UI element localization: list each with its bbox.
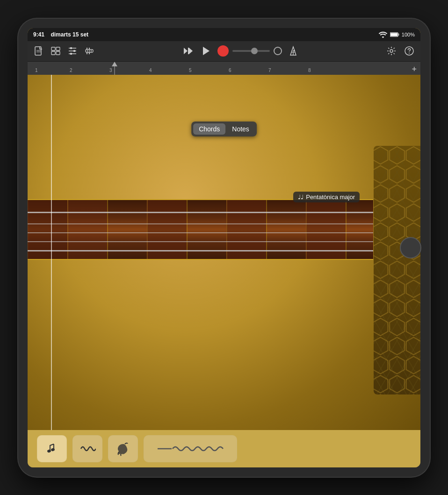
- record-button[interactable]: [217, 45, 229, 57]
- timeline-ruler: 1 2 3 4 5 6 7 8 +: [28, 62, 420, 75]
- svg-point-23: [91, 50, 92, 51]
- svg-rect-14: [73, 50, 75, 52]
- svg-point-31: [294, 50, 295, 51]
- guitar-string-3: [28, 232, 373, 233]
- ruler-mark-5: 5: [189, 68, 192, 73]
- notes-button[interactable]: Notes: [226, 123, 255, 135]
- status-time: 9:41 dimarts 15 set: [33, 31, 88, 38]
- mixer-button[interactable]: [65, 43, 80, 58]
- svg-rect-2: [390, 33, 397, 36]
- chords-button[interactable]: Chords: [193, 123, 225, 135]
- slide-vibrato-icon: [153, 441, 228, 456]
- metronome-button[interactable]: [286, 43, 301, 58]
- toolbar-right: [384, 43, 417, 58]
- playhead: [51, 75, 52, 430]
- scale-name: Pentatònica major: [306, 194, 355, 201]
- ruler-mark-2: 2: [70, 68, 72, 73]
- slide-vibrato-button[interactable]: [144, 435, 237, 462]
- toolbar-left-group: [31, 43, 97, 58]
- chord-notes-popup: Chords Notes: [191, 122, 257, 136]
- svg-marker-26: [189, 48, 193, 54]
- svg-rect-36: [115, 66, 115, 75]
- svg-rect-15: [70, 53, 72, 55]
- scale-label[interactable]: ♩♩ Pentatònica major: [293, 192, 360, 202]
- svg-rect-3: [35, 47, 41, 55]
- svg-rect-25: [188, 48, 189, 54]
- metronome-indicator: [274, 47, 282, 55]
- main-content: Chords Notes: [28, 75, 420, 430]
- slide-button[interactable]: [108, 435, 138, 462]
- svg-marker-35: [112, 62, 117, 66]
- fretboard: [28, 199, 373, 260]
- svg-point-21: [87, 50, 88, 51]
- new-song-icon: [34, 46, 44, 56]
- guitar-string-4: [28, 241, 373, 242]
- add-track-button[interactable]: +: [412, 65, 417, 74]
- tracks-view-button[interactable]: [48, 43, 63, 58]
- metronome-icon: [288, 46, 298, 56]
- svg-point-32: [390, 50, 393, 52]
- rewind-button[interactable]: [180, 43, 195, 58]
- guitar-string-2: [28, 223, 373, 224]
- slide-icon: [115, 441, 131, 456]
- ipad-frame: 9:41 dimarts 15 set 100%: [18, 19, 430, 477]
- settings-icon: [386, 46, 397, 56]
- fretboard-area: [28, 199, 373, 260]
- transport-controls: [180, 43, 301, 58]
- wifi-icon: [378, 30, 388, 39]
- playhead-marker: [112, 62, 117, 75]
- honeycomb-pattern: [374, 146, 420, 395]
- guitar-honeycomb: [374, 146, 420, 395]
- tracks-view-icon: [51, 46, 61, 56]
- ruler-mark-7: 7: [268, 68, 271, 73]
- svg-rect-1: [398, 33, 399, 35]
- time: 9:41: [33, 31, 44, 38]
- home-button[interactable]: [400, 237, 421, 258]
- guitar-string-1: [28, 212, 373, 213]
- tempo-knob: [251, 48, 258, 54]
- help-icon: [404, 46, 414, 56]
- svg-marker-27: [203, 47, 210, 55]
- status-bar: 9:41 dimarts 15 set 100%: [28, 28, 420, 41]
- settings-button[interactable]: [384, 43, 399, 58]
- svg-rect-13: [70, 47, 72, 49]
- svg-marker-24: [184, 48, 188, 54]
- svg-rect-8: [51, 51, 55, 55]
- new-song-button[interactable]: [31, 43, 46, 58]
- guitar-string-5: [28, 250, 373, 251]
- svg-rect-38: [374, 146, 420, 395]
- ruler-mark-3: 3: [109, 68, 112, 73]
- rewind-icon: [182, 45, 193, 57]
- help-button[interactable]: [402, 43, 417, 58]
- play-button[interactable]: [199, 43, 214, 58]
- svg-point-22: [89, 50, 90, 51]
- screen: 9:41 dimarts 15 set 100%: [28, 28, 420, 467]
- note-icon: [44, 441, 59, 456]
- battery-icon: [390, 30, 399, 39]
- mixer-icon: [67, 46, 78, 56]
- toolbar: [28, 41, 420, 62]
- vibrato-icon: [79, 441, 96, 456]
- svg-point-40: [51, 448, 55, 452]
- svg-rect-7: [56, 47, 60, 50]
- battery-text: 100%: [402, 32, 415, 37]
- ruler-mark-1: 1: [35, 68, 38, 73]
- note-style-button[interactable]: [37, 435, 67, 462]
- svg-rect-9: [56, 51, 60, 55]
- bottom-toolbar: [28, 430, 420, 467]
- vibrato-button[interactable]: [72, 435, 102, 462]
- svg-point-39: [47, 449, 51, 453]
- ruler-mark-8: 8: [308, 68, 311, 73]
- scale-icon: ♩♩: [298, 194, 303, 201]
- status-right: 100%: [378, 30, 415, 39]
- date: dimarts 15 set: [51, 31, 88, 38]
- play-icon: [201, 45, 212, 57]
- playhead-triangle: [112, 62, 117, 75]
- plugins-button[interactable]: [82, 43, 97, 58]
- ruler-mark-4: 4: [149, 68, 152, 73]
- tempo-slider[interactable]: [232, 50, 270, 52]
- ruler-mark-6: 6: [229, 68, 231, 73]
- svg-point-34: [409, 53, 410, 54]
- plugins-icon: [84, 46, 94, 56]
- svg-rect-6: [51, 47, 55, 50]
